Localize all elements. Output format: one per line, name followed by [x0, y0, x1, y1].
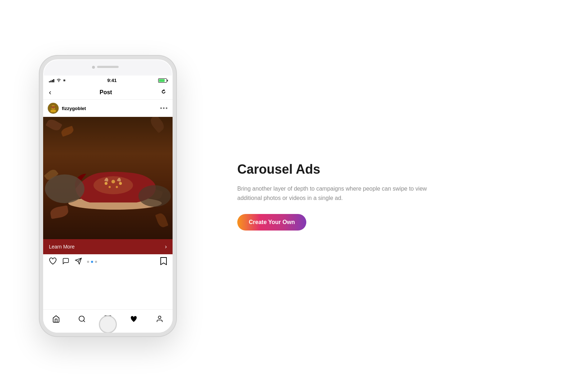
wifi-icon	[56, 78, 61, 83]
username: fizzygoblet	[62, 106, 86, 111]
svg-point-14	[138, 185, 171, 207]
dot-2	[91, 261, 93, 263]
home-button[interactable]	[99, 315, 117, 333]
content-section: Carousel Ads Bring another layer of dept…	[216, 161, 586, 231]
status-right	[158, 78, 167, 83]
post-user: fizzygoblet	[47, 102, 86, 114]
like-button[interactable]	[49, 257, 57, 266]
signal-bar-3	[52, 80, 53, 82]
svg-point-5	[54, 106, 56, 108]
svg-point-7	[93, 176, 133, 194]
signal-bars	[49, 79, 54, 82]
svg-point-2	[52, 106, 55, 109]
post-more-button[interactable]: •••	[160, 105, 168, 111]
nav-bar: ‹ Post	[43, 85, 173, 100]
comment-button[interactable]	[62, 257, 70, 266]
carousel-dots	[87, 261, 97, 263]
svg-rect-3	[51, 110, 56, 113]
back-button[interactable]: ‹	[49, 88, 51, 96]
learn-more-banner[interactable]: Learn More ›	[43, 239, 173, 254]
ad-title: Carousel Ads	[237, 161, 557, 177]
avatar	[47, 102, 59, 114]
nav-home-button[interactable]	[48, 313, 64, 325]
settings-dot-icon: ✳	[63, 79, 66, 82]
avatar-image	[48, 103, 59, 114]
learn-more-label: Learn More	[49, 244, 75, 250]
action-bar	[43, 254, 173, 269]
nav-title: Post	[100, 89, 112, 96]
svg-point-4	[51, 106, 52, 108]
svg-point-19	[158, 316, 161, 319]
nav-profile-button[interactable]	[152, 313, 168, 325]
cta-button[interactable]: Create Your Own	[237, 214, 306, 231]
learn-more-arrow-icon: ›	[165, 243, 167, 250]
svg-point-8	[105, 182, 107, 185]
phone-screen: ✳ 9:41 ‹ Post	[43, 76, 173, 333]
refresh-button[interactable]	[160, 88, 167, 96]
phone-camera	[92, 66, 95, 69]
bookmark-button[interactable]	[160, 257, 167, 266]
page-layout: ✳ 9:41 ‹ Post	[0, 0, 586, 392]
svg-point-9	[111, 180, 115, 183]
signal-bar-4	[53, 79, 54, 82]
action-left	[49, 257, 97, 266]
post-image	[43, 117, 173, 239]
svg-point-11	[109, 186, 111, 188]
signal-bar-1	[49, 81, 50, 82]
nav-search-button[interactable]	[74, 313, 90, 325]
svg-point-10	[119, 182, 122, 185]
dot-1	[87, 261, 89, 263]
svg-point-13	[45, 174, 84, 203]
share-button[interactable]	[75, 257, 82, 266]
shoe-svg	[43, 117, 173, 239]
signal-bar-2	[50, 81, 51, 82]
phone-mockup: ✳ 9:41 ‹ Post	[40, 56, 176, 336]
status-time: 9:41	[107, 78, 116, 83]
post-header: fizzygoblet •••	[43, 100, 173, 117]
phone-section: ✳ 9:41 ‹ Post	[0, 0, 216, 392]
nav-activity-button[interactable]	[126, 313, 142, 325]
battery-fill	[159, 79, 165, 82]
ad-description: Bring another layer of depth to campaign…	[237, 184, 431, 202]
svg-point-15	[79, 316, 84, 322]
status-bar: ✳ 9:41	[43, 76, 173, 85]
phone-speaker	[97, 66, 119, 68]
battery-icon	[158, 78, 167, 83]
svg-point-12	[116, 186, 118, 188]
status-left: ✳	[49, 78, 66, 83]
dot-3	[95, 261, 97, 263]
